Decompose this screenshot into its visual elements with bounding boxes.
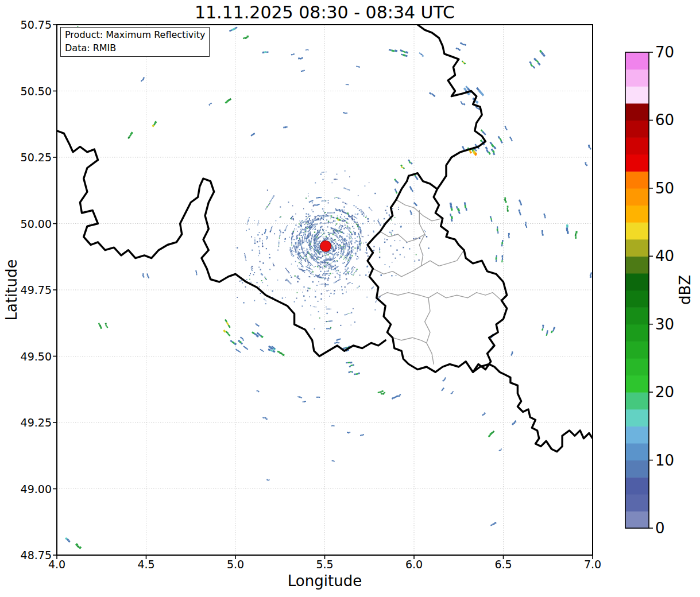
y-tick-label: 49.25 — [0, 416, 52, 429]
product-annotation-box: Product: Maximum Reflectivity Data: RMIB — [60, 27, 210, 57]
plot-title: 11.11.2025 08:30 - 08:34 UTC — [57, 2, 593, 22]
x-tick-label: 6.5 — [494, 558, 512, 571]
country-border — [473, 364, 593, 451]
colorbar-tick-label: 70 — [655, 44, 674, 61]
colorbar-segment — [625, 120, 649, 137]
annotation-data-line: Data: RMIB — [65, 42, 205, 55]
region-border — [425, 298, 434, 365]
colorbar-segment — [625, 222, 649, 239]
colorbar-segment — [625, 154, 649, 172]
x-axis-label: Longitude — [57, 572, 593, 590]
y-tick-label: 50.00 — [0, 218, 52, 230]
x-tick-label: 7.0 — [584, 558, 601, 571]
colorbar-segment — [625, 307, 649, 324]
colorbar-segment — [625, 239, 649, 257]
y-tick-label: 49.50 — [0, 350, 52, 363]
colorbar-segment — [625, 426, 649, 443]
colorbar-segment — [625, 290, 649, 308]
country-border — [417, 25, 485, 189]
colorbar-segment — [625, 358, 649, 375]
region-border — [373, 250, 465, 277]
colorbar-tick-label: 40 — [655, 247, 674, 265]
colorbar-segment — [625, 256, 649, 273]
colorbar-segment — [625, 103, 649, 121]
colorbar-tick-label: 50 — [655, 180, 674, 197]
x-tick-label: 4.5 — [137, 558, 154, 571]
colorbar-segment — [625, 69, 649, 87]
colorbar-unit-label: dBZ — [676, 275, 694, 305]
colorbar-segment — [625, 188, 649, 206]
colorbar-segment — [625, 52, 649, 69]
y-tick-label: 49.75 — [0, 284, 52, 296]
x-tick-label: 6.0 — [405, 558, 423, 571]
annotation-product-line: Product: Maximum Reflectivity — [65, 29, 205, 42]
y-tick-label: 50.50 — [0, 85, 52, 98]
colorbar-tick-label: 60 — [655, 111, 674, 129]
colorbar-segment — [625, 205, 649, 222]
colorbar-tick-label: 0 — [655, 520, 665, 537]
colorbar-segment — [625, 392, 649, 409]
x-tick-label: 5.0 — [227, 558, 244, 571]
colorbar-segment — [625, 137, 649, 154]
colorbar-segment — [625, 494, 649, 511]
radar-map-canvas — [0, 0, 700, 597]
region-border — [393, 338, 427, 343]
region-border — [377, 293, 502, 301]
colorbar-segment — [625, 460, 649, 478]
colorbar-segment — [625, 341, 649, 358]
region-border — [380, 231, 425, 242]
colorbar-segment — [625, 324, 649, 342]
colorbar-segment — [625, 409, 649, 427]
radar-location-marker — [320, 241, 331, 251]
colorbar-tick-label: 20 — [655, 383, 674, 401]
colorbar-segment — [625, 273, 649, 290]
y-tick-label: 50.75 — [0, 18, 52, 31]
colorbar-segment — [625, 443, 649, 460]
radar-figure: { "title": "11.11.2025 08:30 - 08:34 UTC… — [0, 0, 700, 597]
colorbar-segment — [625, 171, 649, 188]
colorbar-tick-label: 30 — [655, 316, 674, 333]
colorbar-segment — [625, 477, 649, 494]
colorbar-tick-label: 10 — [655, 452, 674, 469]
y-tick-label: 48.75 — [0, 549, 52, 561]
colorbar-segment — [625, 86, 649, 103]
x-tick-label: 5.5 — [316, 558, 333, 571]
colorbar-segment — [625, 511, 649, 528]
y-tick-label: 49.00 — [0, 483, 52, 495]
colorbar-segment — [625, 375, 649, 393]
y-tick-label: 50.25 — [0, 151, 52, 164]
